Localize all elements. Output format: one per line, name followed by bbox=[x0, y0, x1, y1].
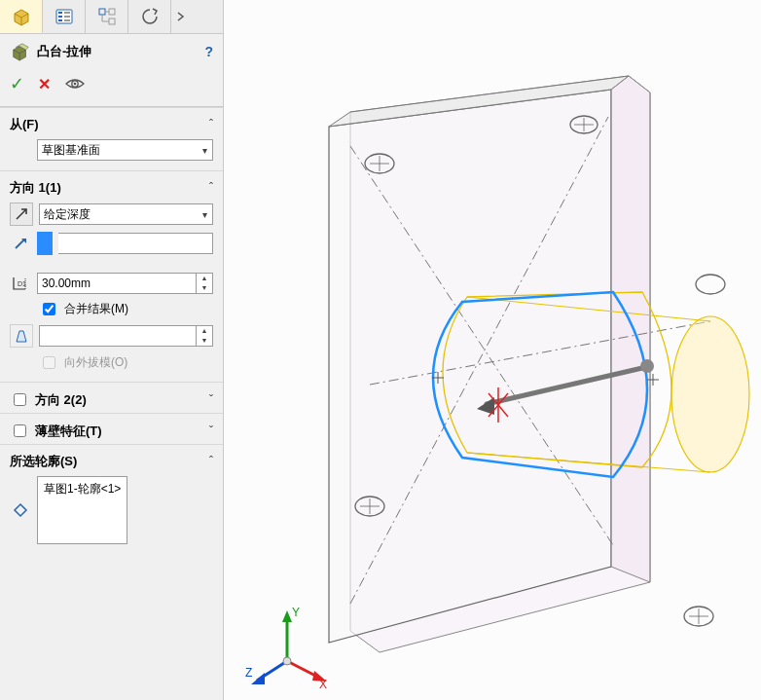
merge-result-checkbox[interactable] bbox=[43, 303, 55, 315]
svg-rect-10 bbox=[109, 9, 115, 15]
detailed-preview-button[interactable] bbox=[64, 73, 86, 94]
thin-checkbox[interactable] bbox=[14, 424, 26, 437]
contours-label: 所选轮廓(S) bbox=[10, 453, 77, 470]
contour-icon bbox=[10, 499, 31, 521]
feature-header: 凸台-拉伸 ? bbox=[0, 34, 223, 65]
svg-point-42 bbox=[696, 275, 725, 294]
model-scene bbox=[224, 0, 761, 700]
direction1-label: 方向 1(1) bbox=[10, 179, 61, 197]
direction-vector-field[interactable] bbox=[58, 233, 213, 254]
spin-up[interactable]: ▲ bbox=[197, 326, 212, 336]
svg-rect-4 bbox=[58, 16, 62, 18]
contour-listbox[interactable]: 草图1-轮廓<1> bbox=[37, 476, 127, 544]
merge-result-row[interactable]: 合并结果(M) bbox=[10, 300, 213, 318]
direction2-section-header[interactable]: 方向 2(2) ˇ bbox=[0, 382, 223, 413]
reload-icon bbox=[139, 6, 161, 27]
cube-icon bbox=[11, 6, 32, 27]
collapse-icon: ˆ bbox=[209, 118, 213, 131]
contour-item[interactable]: 草图1-轮廓<1> bbox=[44, 482, 121, 496]
draft-input[interactable] bbox=[40, 326, 196, 346]
help-button[interactable]: ? bbox=[204, 44, 213, 59]
expand-icon: ˇ bbox=[209, 424, 213, 438]
svg-rect-9 bbox=[99, 9, 105, 15]
axis-z-label: Z bbox=[245, 666, 252, 680]
diamond-icon bbox=[13, 502, 28, 518]
spin-down[interactable]: ▼ bbox=[197, 336, 212, 346]
tab-configuration-manager[interactable] bbox=[86, 0, 128, 33]
spin-down[interactable]: ▼ bbox=[197, 283, 212, 293]
arrow-ne-icon bbox=[13, 236, 28, 251]
boss-extrude-icon bbox=[10, 41, 31, 62]
draft-outward-label: 向外拔模(O) bbox=[64, 354, 127, 371]
merge-result-label: 合并结果(M) bbox=[64, 301, 128, 317]
depth-icon: D1 bbox=[10, 273, 31, 294]
dimension-depth-icon: D1 bbox=[11, 275, 30, 292]
draft-angle-icon bbox=[14, 328, 29, 344]
reverse-direction-button[interactable] bbox=[10, 203, 33, 226]
property-panel: 凸台-拉伸 ? ✓ ✕ 从(F) ˆ ▾ bbox=[0, 0, 224, 700]
svg-point-43 bbox=[671, 316, 749, 472]
graphics-viewport[interactable]: Y X Z bbox=[224, 0, 761, 700]
svg-marker-22 bbox=[15, 504, 26, 516]
axis-x-label: X bbox=[319, 678, 327, 690]
tab-overflow[interactable] bbox=[171, 0, 191, 33]
svg-rect-8 bbox=[64, 19, 70, 21]
svg-marker-26 bbox=[611, 76, 650, 582]
tab-property-manager[interactable] bbox=[43, 0, 86, 33]
svg-rect-6 bbox=[64, 12, 70, 14]
contours-section-header[interactable]: 所选轮廓(S) ˆ bbox=[0, 444, 223, 474]
from-section-header[interactable]: 从(F) ˆ bbox=[0, 107, 223, 137]
thin-section-header[interactable]: 薄壁特征(T) ˇ bbox=[0, 413, 223, 444]
svg-rect-3 bbox=[58, 12, 62, 14]
svg-rect-7 bbox=[64, 16, 70, 18]
tab-feature-manager[interactable] bbox=[0, 0, 43, 33]
svg-marker-61 bbox=[251, 673, 265, 684]
depth-input[interactable] bbox=[38, 274, 196, 293]
cancel-button[interactable]: ✕ bbox=[38, 75, 51, 93]
svg-point-51 bbox=[640, 359, 654, 373]
feature-title: 凸台-拉伸 bbox=[37, 43, 199, 60]
tab-dimxpert[interactable] bbox=[128, 0, 171, 33]
from-select[interactable] bbox=[37, 139, 213, 161]
direction2-checkbox[interactable] bbox=[14, 393, 26, 406]
collapse-icon: ˆ bbox=[209, 181, 213, 195]
direction1-section-header[interactable]: 方向 1(1) ˆ bbox=[0, 170, 223, 201]
expand-icon: ˇ bbox=[209, 393, 213, 407]
direction2-label: 方向 2(2) bbox=[35, 391, 87, 409]
axis-y-label: Y bbox=[292, 606, 300, 619]
depth-spinner[interactable]: ▲ ▼ bbox=[37, 273, 213, 294]
list-icon bbox=[54, 6, 75, 27]
svg-rect-11 bbox=[109, 18, 115, 24]
svg-marker-21 bbox=[17, 331, 26, 342]
spin-up[interactable]: ▲ bbox=[197, 274, 212, 283]
svg-point-16 bbox=[74, 83, 77, 86]
draft-spinner[interactable]: ▲ ▼ bbox=[39, 325, 213, 347]
tree-icon bbox=[96, 6, 118, 27]
ok-button[interactable]: ✓ bbox=[10, 73, 24, 94]
from-label: 从(F) bbox=[10, 116, 39, 133]
draft-outward-row: 向外拔模(O) bbox=[10, 353, 213, 372]
collapse-icon: ˆ bbox=[209, 455, 213, 468]
manager-tabs bbox=[0, 0, 223, 34]
svg-point-62 bbox=[283, 657, 291, 665]
thin-label: 薄壁特征(T) bbox=[35, 423, 102, 440]
svg-marker-57 bbox=[282, 610, 292, 622]
end-condition-select[interactable] bbox=[39, 203, 213, 225]
direction-vector-button[interactable] bbox=[10, 233, 31, 254]
svg-text:D1: D1 bbox=[18, 280, 26, 287]
draft-icon[interactable] bbox=[10, 324, 33, 348]
orientation-triad[interactable]: Y X Z bbox=[243, 603, 331, 690]
reverse-arrow-icon bbox=[14, 206, 29, 222]
svg-rect-5 bbox=[58, 19, 62, 21]
action-bar: ✓ ✕ bbox=[0, 65, 223, 107]
direction-vector-field-active[interactable] bbox=[37, 232, 53, 255]
chevron-right-icon bbox=[176, 6, 186, 27]
svg-line-17 bbox=[16, 239, 24, 248]
eye-icon bbox=[64, 76, 86, 92]
draft-outward-checkbox bbox=[43, 356, 55, 369]
